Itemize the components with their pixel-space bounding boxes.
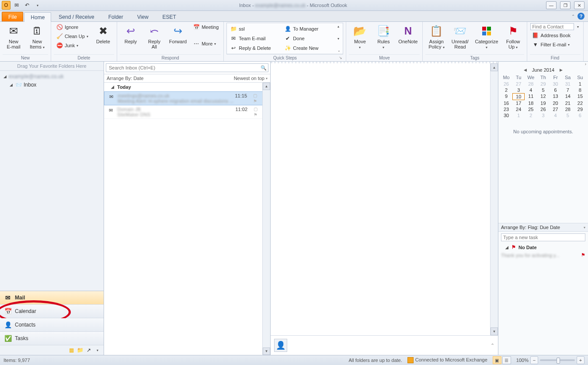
cal-day[interactable]: 5	[562, 112, 574, 118]
cal-day[interactable]: 15	[574, 93, 586, 100]
notes-shortcut-icon[interactable]: ▦	[68, 347, 75, 354]
address-book-button[interactable]: 📕Address Book	[530, 31, 581, 40]
list-scrollbar[interactable]: ▲ ▼	[262, 83, 270, 355]
task-arrange-bar[interactable]: Arrange By: Flag: Due Date▾	[498, 223, 588, 232]
dialog-launcher-icon[interactable]: ↘	[339, 56, 342, 60]
send-receive-qa-button[interactable]: ✉	[12, 1, 21, 10]
zoom-out-button[interactable]: −	[530, 356, 538, 364]
reading-scroll-up[interactable]: ▲	[491, 63, 498, 71]
arrange-bar[interactable]: Arrange By: Date Newest on top ▾	[104, 74, 270, 83]
inbox-node[interactable]: ◢📨Inbox	[1, 80, 103, 89]
cal-day[interactable]: 4	[525, 87, 537, 93]
delete-button[interactable]: ✖ Delete	[92, 23, 114, 45]
rules-button[interactable]: 📑Rules▾	[372, 23, 394, 52]
cal-day[interactable]: 23	[500, 106, 512, 112]
qa-customize-button[interactable]: ▾	[33, 1, 42, 10]
search-box[interactable]: 🔍	[106, 63, 268, 72]
cal-day[interactable]: 16	[500, 100, 512, 106]
cal-day[interactable]: 6	[574, 112, 586, 118]
new-items-button[interactable]: 🗓 New Items ▾	[26, 23, 48, 52]
cal-day[interactable]: 30	[550, 81, 562, 87]
cal-day[interactable]: 24	[512, 106, 525, 112]
group-today[interactable]: ◢Today	[104, 83, 270, 91]
todo-collapse-button[interactable]: ›	[585, 62, 586, 66]
cal-day[interactable]: 22	[574, 100, 586, 106]
flag-slot-icon[interactable]: ⚑	[254, 112, 257, 117]
cal-day[interactable]: 2	[500, 87, 512, 93]
view-reading-button[interactable]: ☰	[502, 356, 511, 364]
category-slot-icon[interactable]: ▢	[253, 93, 257, 98]
cal-day[interactable]: 5	[537, 87, 549, 93]
nav-mail-button[interactable]: ✉Mail	[0, 291, 104, 305]
flag-slot-icon[interactable]: ⚑	[253, 99, 257, 104]
cal-day[interactable]: 12	[537, 93, 549, 100]
message-item[interactable]: ✉meetings@names.co.uk11:15Meeting Alert:…	[104, 91, 270, 105]
cal-day[interactable]: 7	[562, 87, 574, 93]
people-pane-toggle[interactable]: ⌃	[491, 343, 494, 348]
tab-view[interactable]: View	[131, 12, 155, 21]
new-email-button[interactable]: ✉ New E-mail	[3, 23, 24, 51]
unread-read-button[interactable]: 📨Unread/ Read	[449, 23, 471, 51]
reply-button[interactable]: ↩Reply	[120, 23, 142, 45]
shortcuts-icon[interactable]: ↗	[85, 347, 92, 354]
cal-day[interactable]: 2	[525, 112, 537, 118]
account-node[interactable]: ◢example@names.co.uk	[1, 73, 103, 80]
cal-day[interactable]: 18	[525, 100, 537, 106]
new-task-input[interactable]	[501, 233, 585, 241]
move-button[interactable]: 📂Move▾	[349, 23, 371, 52]
cal-day[interactable]: 9	[500, 93, 512, 100]
message-item[interactable]: ✉Domain JB11:02SiteMaker DNS▢⚑	[104, 105, 270, 119]
cal-day[interactable]: 21	[562, 100, 574, 106]
sort-dropdown-icon[interactable]: ▾	[266, 76, 268, 80]
qs-to-manager[interactable]: 👤To Manager	[282, 24, 334, 34]
more-respond-button[interactable]: ⋯More ▾	[191, 39, 221, 48]
reply-all-button[interactable]: ⤺Reply All	[143, 23, 165, 51]
cal-day[interactable]: 30	[500, 112, 512, 118]
search-input[interactable]	[106, 64, 259, 72]
folder-tree[interactable]: ◢example@names.co.uk ◢📨Inbox	[0, 71, 104, 291]
tab-send-receive[interactable]: Send / Receive	[52, 12, 101, 21]
arrange-by-label[interactable]: Arrange By: Date	[107, 76, 143, 81]
qs-ssl[interactable]: 📁ssl	[228, 24, 280, 34]
cal-day[interactable]: 28	[525, 81, 537, 87]
maximize-button[interactable]: ❐	[560, 1, 571, 9]
ribbon-minimize-icon[interactable]: ⌃	[571, 14, 575, 19]
qs-expand-button[interactable]: ⌄	[336, 48, 342, 53]
scroll-up-button[interactable]: ▲	[263, 83, 270, 90]
meeting-button[interactable]: 📅Meeting	[191, 23, 221, 31]
cal-day[interactable]: 26	[500, 81, 512, 87]
help-button[interactable]: ?	[578, 13, 585, 20]
task-group-nodate[interactable]: ◢⚑No Date	[498, 243, 588, 251]
cal-day[interactable]: 13	[550, 93, 562, 100]
zoom-thumb[interactable]	[557, 358, 560, 364]
ignore-button[interactable]: 🚫Ignore	[54, 23, 90, 31]
search-icon[interactable]: 🔍	[259, 65, 268, 71]
cal-day[interactable]: 1	[574, 81, 586, 87]
cleanup-button[interactable]: 🧹Clean Up ▾	[54, 32, 90, 41]
cal-day[interactable]: 19	[537, 100, 549, 106]
tab-file[interactable]: File	[2, 12, 23, 21]
cal-next-button[interactable]: ▶	[558, 67, 564, 73]
reading-scroll-down[interactable]: ▼	[491, 327, 498, 335]
cal-day[interactable]: 25	[525, 106, 537, 112]
tab-eset[interactable]: ESET	[156, 12, 183, 21]
message-scroll[interactable]: ▲ ▼ ◢Today ✉meetings@names.co.uk11:15Mee…	[104, 83, 270, 355]
cal-day[interactable]: 26	[537, 106, 549, 112]
close-button[interactable]: ✕	[574, 1, 585, 9]
cal-day[interactable]: 14	[562, 93, 574, 100]
cal-day[interactable]: 8	[574, 87, 586, 93]
zoom-in-button[interactable]: +	[577, 356, 585, 364]
scroll-down-button[interactable]: ▼	[263, 348, 270, 355]
forward-button[interactable]: ↪Forward	[167, 23, 189, 45]
zoom-slider[interactable]	[540, 359, 575, 361]
nav-tasks-button[interactable]: ✅Tasks	[0, 332, 104, 345]
cal-day[interactable]: 3	[537, 112, 549, 118]
cal-day[interactable]: 6	[550, 87, 562, 93]
cal-day[interactable]: 27	[550, 106, 562, 112]
followup-button[interactable]: ⚑Follow Up ▾	[502, 23, 524, 52]
cal-day[interactable]: 4	[550, 112, 562, 118]
tab-folder[interactable]: Folder	[102, 12, 130, 21]
nav-calendar-button[interactable]: 📅Calendar	[0, 305, 104, 318]
qs-team-email[interactable]: ✉Team E-mail	[228, 34, 280, 43]
categorize-button[interactable]: Categorize▾	[473, 23, 500, 52]
